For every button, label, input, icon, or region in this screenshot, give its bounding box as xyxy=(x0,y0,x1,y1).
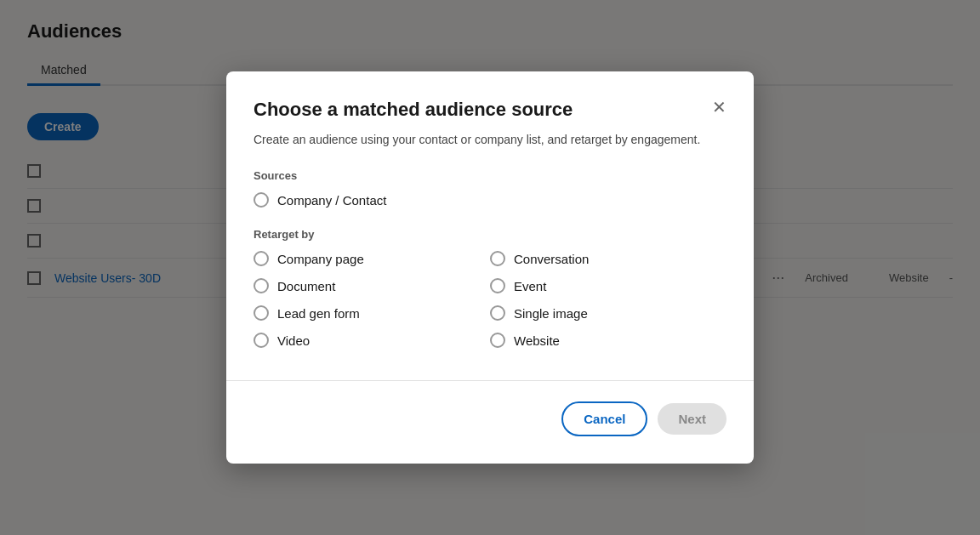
radio-label-company-contact: Company / Contact xyxy=(277,193,386,208)
radio-label-website: Website xyxy=(514,333,560,348)
radio-label-lead-gen-form: Lead gen form xyxy=(277,306,360,321)
modal-header: Choose a matched audience source ✕ xyxy=(254,99,726,121)
modal-title: Choose a matched audience source xyxy=(254,99,573,121)
retarget-section: Retarget by Company page Document Lead g… xyxy=(254,228,726,360)
radio-label-video: Video xyxy=(277,333,310,348)
modal-dialog: Choose a matched audience source ✕ Creat… xyxy=(226,71,754,464)
radio-label-event: Event xyxy=(514,279,546,293)
radio-lead-gen-form[interactable] xyxy=(254,305,269,321)
radio-item-website[interactable]: Website xyxy=(490,333,726,348)
radio-event[interactable] xyxy=(490,278,505,293)
radio-item-company-contact[interactable]: Company / Contact xyxy=(254,192,726,208)
next-button[interactable]: Next xyxy=(658,403,726,435)
modal-footer: Cancel Next xyxy=(254,401,726,436)
radio-document[interactable] xyxy=(254,278,269,293)
close-button[interactable]: ✕ xyxy=(712,99,726,116)
retarget-label: Retarget by xyxy=(254,228,726,241)
sources-label: Sources xyxy=(254,169,726,182)
radio-label-document: Document xyxy=(277,279,335,293)
sources-section: Sources Company / Contact xyxy=(254,169,726,208)
radio-company-contact[interactable] xyxy=(254,192,269,208)
radio-single-image[interactable] xyxy=(490,305,505,321)
radio-item-event[interactable]: Event xyxy=(490,278,726,293)
radio-item-document[interactable]: Document xyxy=(254,278,490,293)
radio-item-single-image[interactable]: Single image xyxy=(490,305,726,321)
radio-company-page[interactable] xyxy=(254,251,269,266)
modal-divider xyxy=(226,380,754,381)
retarget-right-col: Conversation Event Single image Website xyxy=(490,251,726,360)
radio-label-single-image: Single image xyxy=(514,306,588,321)
radio-conversation[interactable] xyxy=(490,251,505,266)
modal-subtitle: Create an audience using your contact or… xyxy=(254,131,726,149)
radio-video[interactable] xyxy=(254,333,269,348)
radio-label-company-page: Company page xyxy=(277,252,364,266)
retarget-grid: Company page Document Lead gen form Vide… xyxy=(254,251,726,360)
radio-item-video[interactable]: Video xyxy=(254,333,490,348)
radio-item-lead-gen-form[interactable]: Lead gen form xyxy=(254,305,490,321)
radio-website[interactable] xyxy=(490,333,505,348)
retarget-left-col: Company page Document Lead gen form Vide… xyxy=(254,251,490,360)
modal-overlay: Choose a matched audience source ✕ Creat… xyxy=(0,0,980,535)
radio-item-conversation[interactable]: Conversation xyxy=(490,251,726,266)
radio-label-conversation: Conversation xyxy=(514,252,589,266)
cancel-button[interactable]: Cancel xyxy=(561,401,647,436)
radio-item-company-page[interactable]: Company page xyxy=(254,251,490,266)
